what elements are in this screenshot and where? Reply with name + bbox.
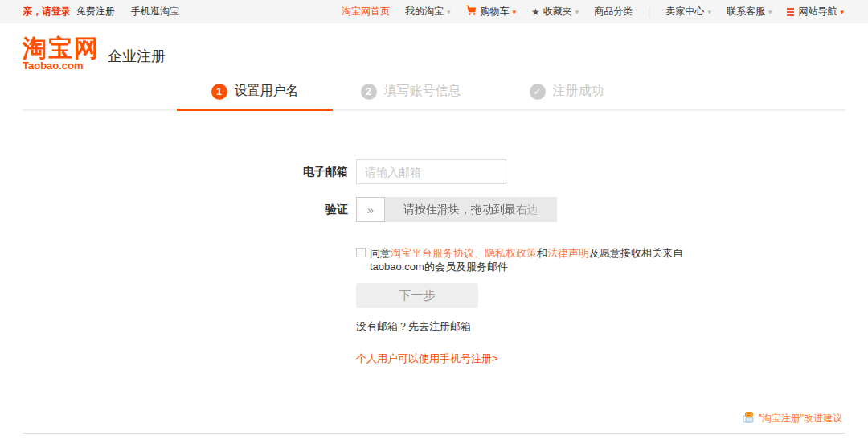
free-register-link[interactable]: 免费注册: [76, 5, 115, 18]
legal-notice-link[interactable]: 法律声明: [547, 247, 589, 259]
agreement-row: 同意淘宝平台服务协议、隐私权政策和法律声明及愿意接收相关来自taobao.com…: [356, 246, 714, 273]
taobao-logo[interactable]: 淘宝网 Taobao.com: [23, 36, 100, 72]
service-agreement-link[interactable]: 淘宝平台服务协议: [391, 247, 474, 259]
step-register-success: ✓ 注册成功: [489, 83, 645, 109]
login-link[interactable]: 亲，请登录: [23, 5, 71, 18]
star-icon: ★: [531, 6, 540, 18]
agreement-text: 同意淘宝平台服务协议、隐私权政策和法律声明及愿意接收相关来自taobao.com…: [370, 246, 714, 273]
topbar-divider: |: [648, 6, 650, 18]
step-account-info: 2 填写账号信息: [333, 83, 489, 109]
logo-en-text: Taobao.com: [23, 60, 100, 72]
step-2-label: 填写账号信息: [384, 83, 461, 100]
slider-hint-text: 请按住滑块，拖动到最右边: [385, 203, 557, 217]
logo-cn-text: 淘宝网: [23, 36, 100, 60]
chevron-down-icon: ▾: [575, 8, 579, 16]
steps: 1 设置用户名 2 填写账号信息 ✓ 注册成功: [177, 83, 645, 109]
captcha-row: 验证 » 请按住滑块，拖动到最右边: [300, 197, 868, 222]
feedback-label: "淘宝注册"改进建议: [758, 412, 842, 426]
site-nav-label: 网站导航: [798, 5, 837, 18]
step-2-circle: 2: [361, 84, 377, 100]
chevron-down-icon: ▾: [512, 8, 516, 16]
site-nav-icon: [787, 8, 794, 16]
agreement-separator: 、: [474, 247, 485, 259]
next-step-button[interactable]: 下一步: [356, 283, 478, 308]
steps-bar: 1 设置用户名 2 填写账号信息 ✓ 注册成功: [23, 83, 845, 111]
chevron-down-icon: ▾: [768, 8, 772, 16]
my-taobao-label: 我的淘宝: [405, 5, 444, 18]
seller-center-menu[interactable]: 卖家中心 ▾: [665, 5, 711, 18]
page-title: 企业注册: [108, 47, 166, 66]
favorites-label: 收藏夹: [543, 5, 572, 18]
seller-center-label: 卖家中心: [665, 5, 704, 18]
step-1-label: 设置用户名: [235, 83, 299, 100]
topbar-right: 淘宝网首页 我的淘宝 ▾ 购物车 ▾ ★ 收藏夹 ▾ 商品分类 |: [326, 5, 844, 18]
register-form: 电子邮箱 验证 » 请按住滑块，拖动到最右边 同意淘宝平台服务协议、隐私权政策和…: [300, 159, 868, 366]
chevron-down-icon: ▾: [707, 8, 711, 16]
email-input[interactable]: [356, 159, 506, 184]
email-label: 电子邮箱: [300, 159, 348, 184]
site-nav-menu[interactable]: 网站导航 ▾: [787, 5, 844, 18]
privacy-policy-link[interactable]: 隐私权政策: [485, 247, 537, 259]
cart-icon: [465, 5, 477, 18]
favorites-menu[interactable]: ★ 收藏夹 ▾: [531, 5, 579, 18]
feedback-icon: [742, 411, 755, 426]
no-email-tip[interactable]: 没有邮箱？先去注册邮箱: [356, 319, 868, 334]
header: 淘宝网 Taobao.com 企业注册: [0, 23, 868, 72]
cart-menu[interactable]: 购物车 ▾: [465, 5, 516, 18]
chevron-down-icon: ▾: [447, 8, 451, 16]
step-set-username: 1 设置用户名: [177, 83, 333, 109]
captcha-label: 验证: [300, 197, 348, 222]
agreement-and: 和: [537, 247, 547, 259]
my-taobao-menu[interactable]: 我的淘宝 ▾: [405, 5, 451, 18]
categories-link[interactable]: 商品分类: [594, 5, 633, 18]
email-row: 电子邮箱: [300, 159, 868, 184]
chevron-down-icon: ▾: [840, 8, 844, 16]
step-3-check-icon: ✓: [530, 84, 546, 100]
cart-label: 购物车: [480, 5, 509, 18]
customer-service-label: 联系客服: [727, 5, 765, 18]
slider-handle[interactable]: »: [356, 197, 385, 222]
personal-register-link[interactable]: 个人用户可以使用手机号注册>: [356, 352, 498, 366]
topbar: 亲，请登录 免费注册 手机逛淘宝 淘宝网首页 我的淘宝 ▾ 购物车 ▾ ★ 收藏…: [0, 0, 868, 23]
slider-captcha[interactable]: » 请按住滑块，拖动到最右边: [356, 197, 557, 222]
taobao-home-link[interactable]: 淘宝网首页: [342, 5, 390, 18]
agreement-prefix: 同意: [370, 247, 391, 259]
step-1-circle: 1: [211, 84, 227, 100]
bottom-divider: [23, 433, 845, 434]
agreement-checkbox[interactable]: [356, 248, 366, 257]
step-3-label: 注册成功: [553, 83, 604, 100]
topbar-left: 亲，请登录 免费注册 手机逛淘宝: [23, 5, 179, 18]
customer-service-menu[interactable]: 联系客服 ▾: [727, 5, 772, 18]
mobile-taobao-link[interactable]: 手机逛淘宝: [131, 5, 179, 18]
feedback-link[interactable]: "淘宝注册"改进建议: [742, 411, 842, 426]
